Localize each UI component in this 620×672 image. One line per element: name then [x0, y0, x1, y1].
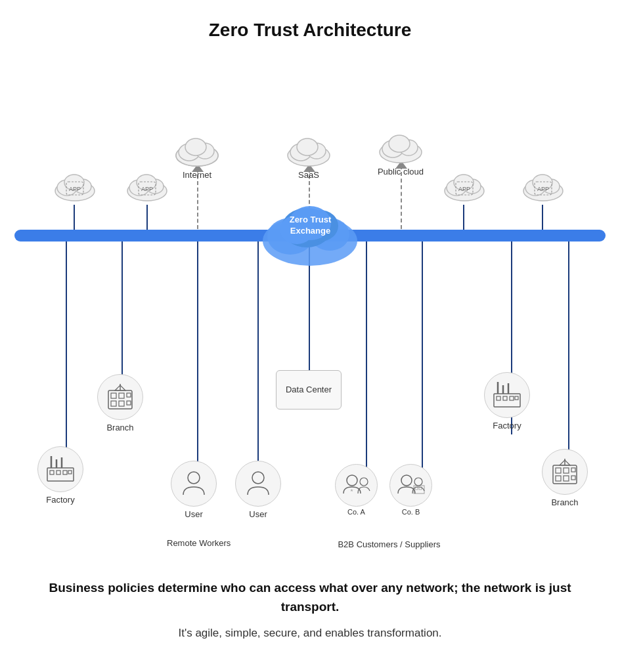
- user1-node: User: [171, 461, 217, 519]
- user2-label: User: [249, 509, 267, 519]
- svg-rect-52: [119, 393, 124, 398]
- data-center-node: Data Center: [276, 370, 342, 410]
- svg-rect-70: [510, 396, 514, 400]
- svg-rect-51: [111, 393, 116, 398]
- user1-label: User: [185, 509, 202, 519]
- data-center-label: Data Center: [286, 384, 332, 396]
- co-b-label: Co. B: [402, 508, 420, 516]
- remote-workers-group: User User: [171, 461, 281, 519]
- svg-rect-61: [56, 471, 60, 474]
- svg-point-22: [389, 135, 410, 152]
- saas-label: SaaS: [298, 170, 319, 180]
- co-b-node: Co. B: [389, 464, 432, 516]
- svg-point-18: [297, 138, 318, 156]
- svg-rect-55: [127, 393, 131, 397]
- svg-text:APP: APP: [537, 186, 549, 192]
- svg-rect-60: [50, 471, 54, 474]
- co-a-node: Co. A: [335, 464, 378, 516]
- factory-right-label: Factory: [493, 421, 521, 430]
- internet-cloud-node: Internet: [171, 133, 223, 180]
- branch-left-label: Branch: [106, 423, 133, 432]
- remote-workers-label: Remote Workers: [167, 538, 231, 548]
- svg-rect-54: [119, 401, 124, 406]
- svg-rect-78: [556, 476, 561, 481]
- branch-right-node: Branch: [542, 449, 588, 507]
- svg-rect-76: [556, 468, 561, 473]
- architecture-diagram: Zero TrustExchange Internet: [14, 67, 606, 566]
- svg-rect-63: [68, 471, 72, 474]
- saas-cloud-node: SaaS: [282, 133, 335, 180]
- factory-right-node: Factory: [484, 372, 530, 430]
- svg-rect-53: [111, 401, 116, 406]
- app-cloud-4: APP: [519, 169, 568, 205]
- svg-rect-71: [515, 396, 518, 400]
- svg-point-89: [401, 475, 412, 486]
- svg-rect-62: [63, 471, 67, 474]
- svg-text:APP: APP: [69, 186, 81, 192]
- factory-left-node: Factory: [37, 446, 83, 505]
- app-cloud-3: APP: [440, 169, 489, 205]
- branch-right-label: Branch: [551, 497, 578, 507]
- svg-rect-56: [127, 401, 131, 405]
- app-cloud-2: APP: [123, 169, 172, 205]
- svg-text:APP: APP: [141, 186, 153, 192]
- svg-rect-80: [571, 468, 575, 472]
- svg-text:APP: APP: [458, 186, 470, 192]
- app-cloud-1: APP: [51, 169, 100, 205]
- svg-rect-79: [564, 476, 569, 481]
- svg-point-86: [347, 475, 357, 486]
- branch-left-node: Branch: [97, 374, 143, 432]
- branch-left-line: [122, 241, 123, 388]
- svg-point-90: [414, 478, 422, 486]
- public-cloud-node: Public cloud: [374, 129, 427, 178]
- bottom-light-text: It's agile, simple, secure, and enables …: [39, 627, 581, 640]
- svg-point-14: [185, 138, 206, 156]
- svg-rect-68: [497, 396, 500, 400]
- user1-line: [197, 241, 198, 482]
- internet-label: Internet: [183, 170, 211, 180]
- co-a-label: Co. A: [347, 508, 365, 516]
- svg-rect-77: [564, 468, 569, 473]
- b2b-label: B2B Customers / Suppliers: [328, 539, 450, 549]
- cob-line: [422, 241, 423, 489]
- user2-line: [257, 241, 259, 482]
- zte-label: Zero TrustExchange: [263, 215, 358, 237]
- user2-node: User: [235, 461, 281, 519]
- public-cloud-label: Public cloud: [378, 167, 424, 178]
- svg-rect-81: [571, 476, 575, 480]
- svg-point-87: [360, 478, 368, 486]
- svg-point-84: [188, 472, 200, 484]
- svg-point-85: [252, 472, 264, 484]
- page-title: Zero Trust Architecture: [13, 20, 607, 41]
- svg-rect-69: [503, 396, 507, 400]
- branch-right-line: [568, 241, 569, 477]
- factory-left-line: [66, 241, 67, 461]
- coa-line: [366, 241, 367, 489]
- bottom-bold-text: Business policies determine who can acce…: [39, 579, 581, 616]
- factory-left-label: Factory: [46, 495, 74, 505]
- svg-marker-88: [350, 489, 353, 492]
- b2b-group: Co. A Co. B: [335, 464, 432, 516]
